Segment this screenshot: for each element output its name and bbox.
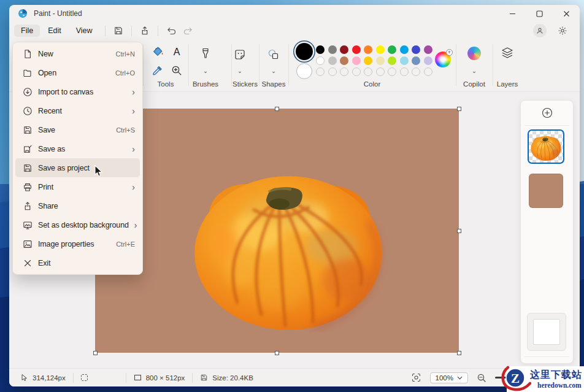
empty-color-slot[interactable] <box>328 67 337 76</box>
canvas-background-thumbnail[interactable] <box>527 313 566 351</box>
color-swatch[interactable] <box>364 56 372 65</box>
settings-gear-icon[interactable] <box>554 23 571 38</box>
recent-clock-icon <box>23 106 33 116</box>
color-swatch[interactable] <box>340 56 348 65</box>
color-swatch[interactable] <box>424 56 432 65</box>
edit-menu-button[interactable]: Edit <box>41 25 68 37</box>
secondary-color-swatch[interactable] <box>296 63 312 79</box>
edit-colors-wheel-icon[interactable]: + <box>435 52 451 67</box>
empty-color-slot[interactable] <box>352 67 361 76</box>
minimize-button[interactable] <box>499 5 526 22</box>
menu-item-exit[interactable]: Exit <box>15 253 140 272</box>
brush-tool-icon[interactable] <box>198 47 213 63</box>
undo-button[interactable] <box>163 23 180 38</box>
color-swatch[interactable] <box>364 45 372 54</box>
empty-color-slot[interactable] <box>340 67 348 76</box>
selection-handle-bottom-center[interactable] <box>275 351 279 355</box>
menu-item-label: Image properties <box>38 240 110 248</box>
stickers-section-label[interactable]: Stickers <box>231 80 259 88</box>
color-swatch[interactable] <box>400 45 409 54</box>
selection-handle-bottom-right[interactable] <box>457 351 461 355</box>
chevron-down-icon[interactable]: ⌄ <box>261 67 286 74</box>
layers-icon[interactable] <box>500 45 515 61</box>
menu-item-share[interactable]: Share <box>15 196 140 215</box>
menu-item-new[interactable]: NewCtrl+N <box>15 44 140 63</box>
magnifier-tool-icon[interactable] <box>170 64 183 77</box>
text-tool-icon[interactable]: A <box>170 45 183 58</box>
menu-item-open[interactable]: OpenCtrl+O <box>15 63 140 82</box>
zoom-out-icon[interactable] <box>477 373 486 383</box>
fit-to-screen-icon[interactable] <box>411 372 421 383</box>
pumpkin-drawing[interactable] <box>189 152 388 332</box>
file-menu-button[interactable]: File <box>14 25 40 37</box>
empty-color-slot[interactable] <box>364 67 372 76</box>
color-swatch[interactable] <box>352 56 361 65</box>
color-swatch[interactable] <box>424 45 432 54</box>
save-button[interactable] <box>110 23 127 38</box>
menu-item-label: Set as desktop background <box>38 221 129 229</box>
menu-item-import-to-canvas[interactable]: Import to canvas› <box>15 82 140 101</box>
color-swatch[interactable] <box>388 45 396 54</box>
color-swatch[interactable] <box>316 56 325 65</box>
view-menu-button[interactable]: View <box>69 25 99 37</box>
shapes-tool-icon[interactable] <box>266 47 281 63</box>
menu-item-label: Recent <box>38 107 126 115</box>
chevron-down-icon[interactable]: ⌄ <box>193 67 218 74</box>
chevron-down-icon[interactable]: ⌄ <box>462 67 486 74</box>
selection-handle-top-right[interactable] <box>457 107 461 111</box>
menu-item-print[interactable]: Print› <box>15 177 140 196</box>
stickers-tool-icon[interactable] <box>232 47 247 63</box>
redo-button[interactable] <box>180 23 197 38</box>
color-swatch[interactable] <box>400 56 409 65</box>
empty-color-slot[interactable] <box>376 67 385 76</box>
color-swatch[interactable] <box>412 56 420 65</box>
color-swatch[interactable] <box>376 56 385 65</box>
menu-item-label: Save <box>38 126 110 134</box>
color-swatch[interactable] <box>328 45 337 54</box>
copilot-section-label[interactable]: Copilot <box>456 80 493 88</box>
color-swatch[interactable] <box>328 56 337 65</box>
color-swatch[interactable] <box>412 45 420 54</box>
fill-tool-icon[interactable] <box>151 45 164 58</box>
menu-item-set-as-desktop-background[interactable]: Set as desktop background› <box>15 215 140 234</box>
color-swatch[interactable] <box>340 45 348 54</box>
maximize-button[interactable] <box>526 5 553 22</box>
menu-item-recent[interactable]: Recent› <box>15 101 140 120</box>
selection-handle-bottom-left[interactable] <box>93 351 98 355</box>
empty-color-slot[interactable] <box>400 67 409 76</box>
share-button[interactable] <box>136 23 153 38</box>
file-size-value: Size: 20.4KB <box>212 374 253 382</box>
selection-handle-right-middle[interactable] <box>457 229 461 233</box>
close-button[interactable] <box>553 5 580 22</box>
layers-section-label[interactable]: Layers <box>489 80 526 88</box>
menu-item-save-as-project[interactable]: Save as project <box>15 158 140 177</box>
account-button[interactable] <box>533 24 547 37</box>
color-swatch[interactable] <box>388 56 396 65</box>
chevron-down-icon <box>457 376 463 380</box>
empty-color-slot[interactable] <box>388 67 396 76</box>
divider <box>524 125 569 126</box>
menu-item-image-properties[interactable]: Image propertiesCtrl+E <box>15 234 140 253</box>
layer-background-thumbnail[interactable] <box>529 174 563 208</box>
color-swatch[interactable] <box>316 45 325 54</box>
empty-color-slot[interactable] <box>316 67 325 76</box>
layer-pumpkin-thumbnail[interactable] <box>528 129 564 164</box>
color-swatch[interactable] <box>352 45 361 54</box>
chevron-down-icon[interactable]: ⌄ <box>228 67 252 74</box>
separator <box>126 373 126 383</box>
shapes-section-label[interactable]: Shapes <box>259 80 288 88</box>
empty-color-slot[interactable] <box>424 67 432 76</box>
menu-item-save-as[interactable]: Save as› <box>15 139 140 158</box>
primary-color-swatch[interactable] <box>296 43 313 60</box>
submenu-chevron-icon: › <box>134 221 137 229</box>
copilot-icon[interactable] <box>467 47 481 60</box>
brushes-section-label[interactable]: Brushes <box>188 80 223 88</box>
add-layer-button[interactable] <box>540 106 555 120</box>
color-swatch[interactable] <box>376 45 385 54</box>
empty-color-slot[interactable] <box>412 67 420 76</box>
menu-item-label: Open <box>38 69 110 77</box>
eyedropper-tool-icon[interactable] <box>151 64 164 77</box>
selection-handle-top-center[interactable] <box>275 107 279 111</box>
zoom-level-dropdown[interactable]: 100% <box>430 372 468 383</box>
menu-item-save[interactable]: SaveCtrl+S <box>15 120 140 139</box>
